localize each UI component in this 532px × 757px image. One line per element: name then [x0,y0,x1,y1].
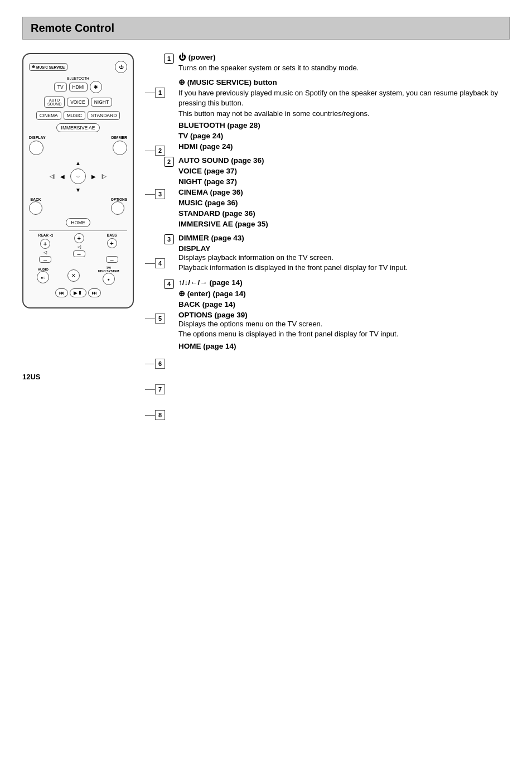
voice-desc: VOICE (page 37) [178,167,510,175]
immersive-ae-desc: IMMERSIVE AE (page 35) [178,220,510,228]
options-desc-body: Displays the options menu on the TV scre… [178,319,510,339]
voice-button[interactable]: VOICE [67,98,88,107]
hdmi-desc-title: HDMI (page 24) [178,142,510,151]
badge-3: 3 [164,234,174,244]
display-desc-body: Displays playback information on the TV … [178,253,510,273]
enter-icon: ·:· [76,175,80,179]
tv-audio-label: TV/UDIO SYSTEM [98,266,119,273]
options-desc-title: OPTIONS (page 39) [178,311,510,319]
section-2: 2 AUTO SOUND (page 36) VOICE (page 37) N… [164,156,510,230]
power-label: (power) [188,53,216,61]
main-volume-col: + ◁ – [73,233,85,257]
bass-minus-button[interactable]: – [106,256,118,263]
rear-icon: ◁ [43,250,47,255]
nav-right-outer[interactable]: |▷ [101,173,107,179]
section-4: 4 ↑/↓/←/→ (page 14) ⊕ (enter) (page 14) … [164,278,510,352]
mute-button[interactable]: ✕ [67,269,80,282]
tv-audio-button[interactable]: ● [103,273,115,285]
options-button[interactable] [111,201,124,215]
play-pause-button[interactable]: ▶⏸ [70,288,86,297]
music-service-icon: ⊕ [32,65,35,69]
remote-diagram: ⊕ MUSIC SERVICE ⏻ BLUETOOTH TV HDMI ✱ [22,53,145,356]
nav-left-outer[interactable]: ◁| [50,173,55,179]
callout-5: 5 [145,314,165,324]
display-desc-title: DISPLAY [178,244,510,253]
music-service-text: MUSIC SERVICE [36,65,65,69]
nav-enter-button[interactable]: ·:· [70,168,86,184]
remote-body: ⊕ MUSIC SERVICE ⏻ BLUETOOTH TV HDMI ✱ [22,53,134,308]
volume-section: REAR ◁ + ◁ – + ◁ – BASS + [29,230,127,263]
page-title: Remote Control [31,22,501,35]
arrows-desc: ↑/↓/←/→ (page 14) [178,278,510,287]
page-footer: 12US [22,373,510,381]
nav-down-button[interactable]: ▼ [72,184,84,195]
bluetooth-label: BLUETOOTH [29,76,127,80]
bass-plus-button[interactable]: + [107,238,117,248]
enter-desc: ⊕ (enter) (page 14) [178,289,510,298]
vol-minus-button[interactable]: – [73,250,85,257]
badge-1: 1 [164,54,174,64]
tv-button[interactable]: TV [54,83,67,91]
bass-label: BASS [107,233,117,237]
badge-2: 2 [164,157,174,167]
power-body: Turns on the speaker system or sets it t… [178,63,510,73]
rear-plus-button[interactable]: + [40,239,50,249]
bass-volume-col: BASS + – [106,233,118,263]
rear-volume-col: REAR ◁ + ◁ – [38,233,52,263]
vol-icon: ◁ [78,244,81,249]
power-symbol: ⏻ [178,53,188,61]
callout-8: 8 [145,410,165,420]
cinema-button[interactable]: CINEMA [36,111,61,120]
prev-button[interactable]: ⏮ [55,288,68,297]
back-label: BACK [29,197,42,201]
page-header: Remote Control [22,17,510,40]
bluetooth-desc-title: BLUETOOTH (page 28) [178,121,510,129]
callout-4: 4 [145,258,165,268]
nav-left-button[interactable]: ◀ [57,171,68,182]
callout-1: 1 [145,88,165,98]
dimmer-button[interactable] [113,141,127,155]
back-desc: BACK (page 14) [178,300,510,308]
section-1: 1 ⏻ (power) Turns on the speaker system … [164,53,510,153]
rear-minus-button[interactable]: – [39,256,51,263]
callout-2: 2 [145,146,165,156]
power-button[interactable]: ⏻ [115,61,127,73]
hdmi-button[interactable]: HDMI [69,83,88,91]
display-label: DISPLAY [29,136,46,139]
standard-desc: STANDARD (page 36) [178,209,510,218]
home-button[interactable]: HOME [66,218,90,227]
bluetooth-button[interactable]: ✱ [90,81,102,93]
night-button[interactable]: NIGHT [91,98,112,107]
callout-3: 3 [145,189,165,199]
music-service-sym: ⊕ [178,78,185,86]
music-service-button[interactable]: ⊕ MUSIC SERVICE [29,63,67,71]
next-button[interactable]: ⏭ [88,288,101,297]
back-button[interactable] [29,201,42,215]
bluetooth-icon: ✱ [94,84,98,90]
vol-plus-button[interactable]: + [74,233,84,243]
dimmer-label: DIMMER [112,136,127,139]
auto-sound-desc: AUTO SOUND (page 36) [178,156,510,165]
page-number: 12 [22,373,30,381]
display-button[interactable] [29,141,43,155]
music-service-desc-body: If you have previously played music on S… [178,88,510,119]
dimmer-desc: DIMMER (page 43) [178,234,510,242]
nav-right-button[interactable]: ▶ [88,171,99,182]
nav-up-button[interactable]: ▲ [72,157,84,168]
badge-4: 4 [164,279,174,289]
callout-6: 6 [145,359,165,369]
standard-button[interactable]: STANDARD [88,111,120,120]
music-button[interactable]: MUSIC [64,111,85,120]
callout-7: 7 [145,384,165,394]
music-service-desc-title: ⊕ (MUSIC SERVICE) button [178,78,510,86]
auto-sound-button[interactable]: AUTO SOUND [44,97,65,108]
immersive-ae-button[interactable]: IMMERSIVE AE [56,123,100,132]
audio-button[interactable]: ●○ [37,271,49,283]
tv-desc-title: TV (page 24) [178,132,510,140]
descriptions-panel: 1 ⏻ (power) Turns on the speaker system … [158,53,510,356]
power-icon: ⏻ [119,65,123,70]
locale-label: US [30,373,40,381]
section-3: 3 DIMMER (page 43) DISPLAY Displays play… [164,234,510,275]
rear-label: REAR ◁ [38,233,52,238]
home-desc: HOME (page 14) [178,342,510,350]
